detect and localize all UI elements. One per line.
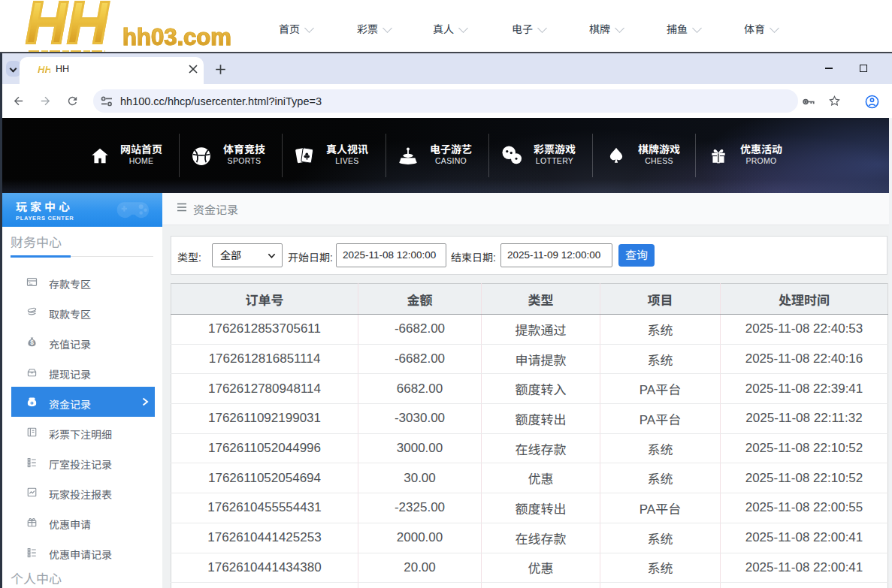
- svg-text:$: $: [30, 339, 34, 346]
